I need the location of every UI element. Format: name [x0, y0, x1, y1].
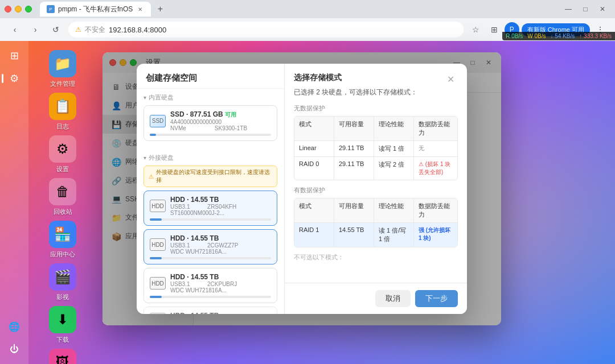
- modal-right-panel: 选择存储模式 ✕ 已选择 2 块硬盘，可选择以下存储模式： 无数据保护 模式: [285, 73, 467, 314]
- maximize-window-button[interactable]: [25, 6, 32, 13]
- hdd-disk-item-2[interactable]: HDD HDD · 14.55 TB USB3.1 2CGWZZ7P WDC W…: [194, 229, 277, 264]
- url-text: 192.168.8.4:8000: [109, 26, 166, 34]
- modal-left-panel: 创建存储空间 内置硬盘: [194, 73, 285, 314]
- network-read-stat: R 0B/s: [506, 33, 523, 39]
- settings-icon[interactable]: ⚙ 设置: [33, 135, 92, 173]
- forward-button[interactable]: ›: [27, 22, 43, 38]
- tab-bar: P pmpm - 飞牛私有云fnOS ✕ +: [40, 2, 557, 16]
- network-write-stat: W 0B/s: [527, 33, 546, 39]
- modal-overlay: 创建存储空间 内置硬盘: [194, 73, 501, 325]
- mode-section-title: 选择存储模式: [294, 73, 342, 83]
- dock-power-button[interactable]: ⏻: [4, 339, 24, 359]
- album-icon[interactable]: 🖼 相册: [33, 349, 92, 364]
- mode-raid1-row[interactable]: RAID 1 14.55 TB 读 1 倍/写 1 倍 强 (允许损坏 1 块): [294, 223, 457, 247]
- not-available-label: 不可选以下模式：: [294, 253, 458, 262]
- tab-close-button[interactable]: ✕: [136, 5, 144, 13]
- close-window-button[interactable]: [5, 6, 11, 13]
- settings-body: 🖥 设备信息 👤 用户管理 💾 存储空间管理 💿: [102, 73, 501, 325]
- next-button[interactable]: 下一步: [415, 290, 458, 307]
- mode-table-header: 模式 可用容量 理论性能 数据防丢能力: [294, 117, 457, 141]
- traffic-lights: [5, 6, 32, 13]
- bookmark-icon[interactable]: ☆: [468, 22, 484, 38]
- tab-favicon: P: [47, 5, 55, 13]
- file-manager-icon[interactable]: 📁 文件管理: [33, 50, 92, 88]
- new-tab-button[interactable]: +: [153, 2, 167, 16]
- hdd-disk-item-1[interactable]: HDD HDD · 14.55 TB USB3.1 ZRS04KFH ST160…: [194, 191, 277, 226]
- external-disks-label: 外接硬盘: [194, 154, 277, 162]
- ssd-disk-item[interactable]: SSD SSD · 877.51 GB 可用 4A40000000000000 …: [194, 105, 277, 141]
- security-warning-icon: ⚠: [75, 26, 81, 34]
- create-storage-modal: 创建存储空间 内置硬盘: [194, 73, 467, 314]
- log-icon[interactable]: 📋 日志: [33, 93, 92, 131]
- desktop: P pmpm - 飞牛私有云fnOS ✕ + — □ ✕ ‹ › ↺ ⚠ 不安全…: [0, 0, 615, 364]
- browser-title-bar: P pmpm - 飞牛私有云fnOS ✕ + — □ ✕: [0, 0, 615, 18]
- no-protection-table: 模式 可用容量 理论性能 数据防丢能力 Linear 29.11 TB: [294, 116, 458, 180]
- mode-raid0-row[interactable]: RAID 0 29.11 TB 读写 2 倍 ⚠ (损坏 1 块丢失全部): [294, 157, 457, 180]
- no-protection-label: 无数据保护: [294, 104, 458, 113]
- hdd-disk-item-4[interactable]: HDD HDD · 14.55 TB USB3.1: [194, 307, 277, 314]
- settings-window: 设置 — □ ✕ 🖥 设备信息 👤 用户管理: [102, 52, 501, 325]
- network-upload-stat: ↑ 333.3 KB/s: [579, 33, 612, 39]
- restore-button[interactable]: □: [577, 3, 593, 15]
- extension-icon[interactable]: ⊞: [486, 22, 502, 38]
- mode-desc: 已选择 2 块硬盘，可选择以下存储模式：: [294, 88, 458, 97]
- protection-table: 模式 可用容量 理论性能 数据防丢能力 RAID 1 14.55 TB: [294, 198, 458, 247]
- back-button[interactable]: ‹: [7, 22, 23, 38]
- network-download-stat: ↓ 54 KB/s: [550, 33, 575, 39]
- minimize-window-button[interactable]: [15, 6, 22, 13]
- browser-window: P pmpm - 飞牛私有云fnOS ✕ + — □ ✕ ‹ › ↺ ⚠ 不安全…: [0, 0, 615, 364]
- reload-button[interactable]: ↺: [48, 22, 64, 38]
- url-bar[interactable]: ⚠ 不安全 192.168.8.4:8000: [68, 22, 464, 38]
- recycle-bin-icon[interactable]: 🗑 回收站: [33, 178, 92, 216]
- app-store-icon[interactable]: 🏪 应用中心: [33, 221, 92, 259]
- modal-close-button[interactable]: ✕: [444, 73, 458, 86]
- video-icon[interactable]: 🎬 影视: [33, 263, 92, 301]
- minimize-button[interactable]: —: [560, 3, 576, 15]
- external-disk-section: 外接硬盘 ⚠ 外接硬盘的读写速度受到接口限制，速度请选择: [194, 149, 284, 314]
- url-warning-text: 不安全: [85, 25, 105, 35]
- modal-title: 创建存储空间: [194, 73, 284, 89]
- external-warning: ⚠ 外接硬盘的读写速度受到接口限制，速度请选择: [194, 166, 277, 187]
- protection-table-header: 模式 可用容量 理论性能 数据防丢能力: [294, 198, 457, 223]
- desktop-icons: 📁 文件管理 📋 日志 ⚙ 设置 🗑 回收站 🏪 应用中心: [28, 41, 97, 364]
- close-button[interactable]: ✕: [594, 3, 610, 15]
- dock-settings-button[interactable]: ⚙: [4, 68, 24, 89]
- settings-content: 存储空间 创建存储空间: [194, 73, 501, 325]
- content-area: ⊞ ⚙ 🌐 ⏻ 📁 文件管理 📋: [0, 41, 615, 364]
- browser-tab[interactable]: P pmpm - 飞牛私有云fnOS ✕: [40, 2, 151, 16]
- mode-linear-row[interactable]: Linear 29.11 TB 读写 1 倍 无: [294, 141, 457, 157]
- data-protection-label: 有数据保护: [294, 186, 458, 195]
- cancel-button[interactable]: 取消: [375, 290, 411, 307]
- dock-grid-button[interactable]: ⊞: [4, 46, 24, 66]
- download-icon[interactable]: ⬇ 下载: [33, 306, 92, 344]
- internal-disks-label: 内置硬盘: [194, 93, 277, 102]
- sidebar-dock: ⊞ ⚙ 🌐 ⏻: [0, 41, 28, 364]
- network-stats: R 0B/s W 0B/s ↓ 54 KB/s ↑ 333.3 KB/s: [502, 32, 615, 40]
- hdd-disk-item-3[interactable]: HDD HDD · 14.55 TB USB3.1 2CKPUBRJ WDC W…: [194, 268, 277, 303]
- modal-footer: 取消 下一步: [285, 283, 467, 314]
- window-controls: — □ ✕: [560, 3, 610, 15]
- internal-disk-section: 内置硬盘 SSD SSD · 877.51 GB 可用: [194, 89, 284, 149]
- dock-network-button[interactable]: 🌐: [4, 316, 24, 337]
- tab-title: pmpm - 飞牛私有云fnOS: [58, 5, 133, 14]
